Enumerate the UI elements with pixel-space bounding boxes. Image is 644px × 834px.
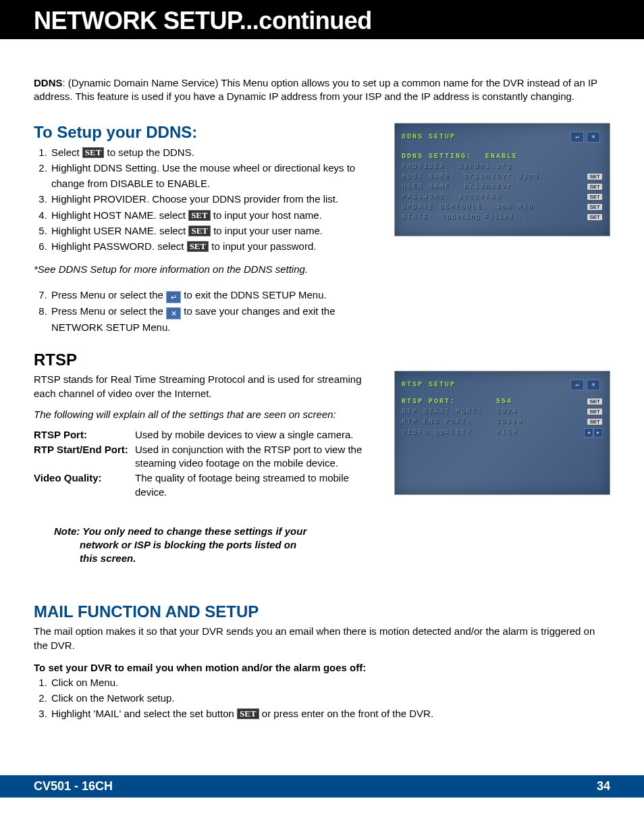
content-area: DDNS: (Dynamic Domain Name Service) This… — [0, 39, 644, 721]
ddns-intro: DDNS: (Dynamic Domain Name Service) This… — [34, 76, 610, 104]
rtsp-intro: RTSP stands for Real Time Streaming Prot… — [34, 372, 381, 400]
mail-step-3: Highlight 'MAIL' and select the set butt… — [50, 706, 610, 721]
step-2: Highlight DDNS Setting. Use the mouse wh… — [50, 160, 381, 192]
set-icon: SET — [187, 241, 209, 252]
arrow-left-icon: ◂ — [584, 428, 593, 438]
def-row: Video Quality:The quality of footage bei… — [34, 471, 381, 499]
close-icon: ✕ — [166, 307, 181, 319]
x-icon: ✕ — [587, 380, 600, 390]
mail-step-2: Click on the Network setup. — [50, 690, 610, 706]
mail-steps: Click on Menu. Click on the Network setu… — [34, 675, 610, 722]
mail-intro: The mail option makes it so that your DV… — [34, 624, 610, 652]
step-3: Highlight PROVIDER. Choose your DDNS pro… — [50, 191, 381, 207]
def-row: RTP Start/End Port:Used in conjunction w… — [34, 443, 381, 471]
set-icon: SET — [188, 226, 211, 236]
def-row: RTSP Port:Used by mobile devices to view… — [34, 428, 381, 442]
step-6: Highlight PASSWORD. select SET to input … — [50, 238, 381, 254]
mini-set-icon: SET — [587, 418, 603, 425]
ddns-heading: To Setup your DDNS: — [34, 123, 381, 142]
return-icon: ↵ — [166, 291, 181, 303]
mini-set-icon: SET — [587, 408, 603, 415]
step-5: Highlight USER NAME. select SET to input… — [50, 223, 381, 238]
mail-sub: To set your DVR to email you when motion… — [34, 662, 610, 673]
screenshot-nav-icons: ↵✕ — [570, 132, 600, 142]
mail-heading: MAIL FUNCTION AND SETUP — [34, 602, 610, 621]
back-icon: ↵ — [570, 380, 584, 390]
ddns-steps-2: Press Menu or select the ↵ to exit the D… — [34, 287, 381, 335]
mini-set-icon: SET — [587, 398, 603, 405]
rtsp-explain: The following will explain all of the se… — [34, 407, 381, 421]
ddns-term: DDNS — [34, 77, 63, 88]
step-4: Highlight HOST NAME. select SET to input… — [50, 207, 381, 223]
page-header: NETWORK SETUP...continued — [0, 0, 644, 39]
screenshot-nav-icons: ↵✕ — [570, 380, 600, 390]
back-icon: ↵ — [570, 132, 584, 142]
step-8: Press Menu or select the ✕ to save your … — [50, 303, 381, 335]
set-icon: SET — [237, 708, 259, 719]
step-1: Select SET to setup the DDNS. — [50, 145, 381, 160]
rtsp-defs: RTSP Port:Used by mobile devices to view… — [34, 428, 381, 499]
mini-set-icon: SET — [587, 173, 603, 180]
set-icon: SET — [82, 147, 105, 158]
rtsp-note-box: Note: You only need to change these sett… — [34, 515, 344, 575]
footer-page: 34 — [597, 779, 610, 793]
ddns-screenshot: ↵✕ DDNS SETUP DDNS SETTING:ENABLE PROVID… — [394, 123, 610, 236]
footer-model: CV501 - 16CH — [34, 779, 113, 793]
x-icon: ✕ — [587, 132, 600, 142]
arrow-icons: ◂▸ — [584, 428, 603, 438]
mail-step-1: Click on Menu. — [50, 675, 610, 690]
rtsp-heading: RTSP — [34, 350, 381, 369]
ddns-desc: : (Dynamic Domain Name Service) This Men… — [34, 77, 597, 102]
set-icon: SET — [188, 210, 211, 221]
page-footer: CV501 - 16CH 34 — [0, 775, 644, 798]
mini-set-icon: SET — [587, 203, 603, 211]
page-title: NETWORK SETUP...continued — [34, 7, 610, 35]
ddns-steps: Select SET to setup the DDNS. Highlight … — [34, 145, 381, 255]
step-7: Press Menu or select the ↵ to exit the D… — [50, 287, 381, 303]
arrow-right-icon: ▸ — [593, 428, 603, 438]
mini-set-icon: SET — [587, 183, 603, 190]
ddns-footnote: *See DDNS Setup for more information on … — [34, 263, 381, 275]
mini-set-icon: SET — [587, 213, 603, 221]
mini-set-icon: SET — [587, 193, 603, 201]
rtsp-screenshot: ↵✕ RTSP SETUP RTSP PORT:554SET RTP START… — [394, 371, 610, 495]
